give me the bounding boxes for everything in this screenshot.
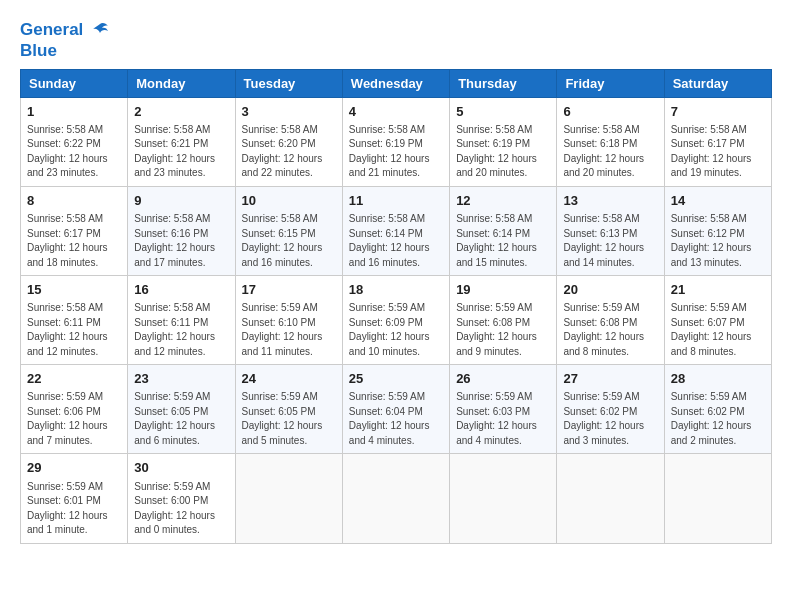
sunrise-label: Sunrise: 5:59 AM xyxy=(563,391,639,402)
daylight-label: Daylight: 12 hours xyxy=(242,331,323,342)
daylight-label: Daylight: 12 hours xyxy=(671,420,752,431)
daylight-minutes: and 16 minutes. xyxy=(242,257,313,268)
day-number: 2 xyxy=(134,103,228,121)
daylight-minutes: and 17 minutes. xyxy=(134,257,205,268)
sunrise-label: Sunrise: 5:58 AM xyxy=(456,124,532,135)
sunset-label: Sunset: 6:06 PM xyxy=(27,406,101,417)
calendar-day-cell: 8 Sunrise: 5:58 AM Sunset: 6:17 PM Dayli… xyxy=(21,186,128,275)
day-number: 10 xyxy=(242,192,336,210)
daylight-label: Daylight: 12 hours xyxy=(242,242,323,253)
weekday-header-sunday: Sunday xyxy=(21,69,128,97)
day-info: Sunrise: 5:58 AM Sunset: 6:15 PM Dayligh… xyxy=(242,212,336,270)
sunset-label: Sunset: 6:12 PM xyxy=(671,228,745,239)
calendar-day-cell: 28 Sunrise: 5:59 AM Sunset: 6:02 PM Dayl… xyxy=(664,365,771,454)
daylight-minutes: and 10 minutes. xyxy=(349,346,420,357)
daylight-minutes: and 20 minutes. xyxy=(563,167,634,178)
daylight-minutes: and 20 minutes. xyxy=(456,167,527,178)
sunrise-label: Sunrise: 5:58 AM xyxy=(349,124,425,135)
weekday-header-friday: Friday xyxy=(557,69,664,97)
day-info: Sunrise: 5:59 AM Sunset: 6:05 PM Dayligh… xyxy=(134,390,228,448)
day-info: Sunrise: 5:59 AM Sunset: 6:02 PM Dayligh… xyxy=(671,390,765,448)
day-number: 14 xyxy=(671,192,765,210)
weekday-header-thursday: Thursday xyxy=(450,69,557,97)
daylight-minutes: and 18 minutes. xyxy=(27,257,98,268)
day-info: Sunrise: 5:58 AM Sunset: 6:11 PM Dayligh… xyxy=(134,301,228,359)
daylight-label: Daylight: 12 hours xyxy=(349,331,430,342)
day-number: 27 xyxy=(563,370,657,388)
weekday-header-wednesday: Wednesday xyxy=(342,69,449,97)
day-info: Sunrise: 5:58 AM Sunset: 6:14 PM Dayligh… xyxy=(456,212,550,270)
sunrise-label: Sunrise: 5:58 AM xyxy=(134,302,210,313)
sunset-label: Sunset: 6:05 PM xyxy=(242,406,316,417)
page-header: General Blue xyxy=(20,20,772,61)
sunset-label: Sunset: 6:03 PM xyxy=(456,406,530,417)
calendar-day-cell xyxy=(557,454,664,543)
day-info: Sunrise: 5:59 AM Sunset: 6:02 PM Dayligh… xyxy=(563,390,657,448)
day-info: Sunrise: 5:58 AM Sunset: 6:17 PM Dayligh… xyxy=(671,123,765,181)
day-number: 22 xyxy=(27,370,121,388)
sunset-label: Sunset: 6:02 PM xyxy=(671,406,745,417)
daylight-minutes: and 8 minutes. xyxy=(563,346,629,357)
calendar-day-cell: 15 Sunrise: 5:58 AM Sunset: 6:11 PM Dayl… xyxy=(21,276,128,365)
daylight-minutes: and 4 minutes. xyxy=(349,435,415,446)
sunrise-label: Sunrise: 5:59 AM xyxy=(349,302,425,313)
calendar-day-cell: 27 Sunrise: 5:59 AM Sunset: 6:02 PM Dayl… xyxy=(557,365,664,454)
sunrise-label: Sunrise: 5:58 AM xyxy=(563,124,639,135)
day-info: Sunrise: 5:58 AM Sunset: 6:12 PM Dayligh… xyxy=(671,212,765,270)
daylight-minutes: and 12 minutes. xyxy=(27,346,98,357)
day-info: Sunrise: 5:58 AM Sunset: 6:22 PM Dayligh… xyxy=(27,123,121,181)
day-info: Sunrise: 5:58 AM Sunset: 6:16 PM Dayligh… xyxy=(134,212,228,270)
sunset-label: Sunset: 6:18 PM xyxy=(563,138,637,149)
day-info: Sunrise: 5:59 AM Sunset: 6:01 PM Dayligh… xyxy=(27,480,121,538)
calendar-day-cell: 5 Sunrise: 5:58 AM Sunset: 6:19 PM Dayli… xyxy=(450,97,557,186)
sunset-label: Sunset: 6:14 PM xyxy=(349,228,423,239)
day-number: 6 xyxy=(563,103,657,121)
calendar-day-cell: 24 Sunrise: 5:59 AM Sunset: 6:05 PM Dayl… xyxy=(235,365,342,454)
day-info: Sunrise: 5:59 AM Sunset: 6:00 PM Dayligh… xyxy=(134,480,228,538)
daylight-minutes: and 6 minutes. xyxy=(134,435,200,446)
calendar-day-cell: 18 Sunrise: 5:59 AM Sunset: 6:09 PM Dayl… xyxy=(342,276,449,365)
day-number: 4 xyxy=(349,103,443,121)
day-number: 30 xyxy=(134,459,228,477)
day-number: 12 xyxy=(456,192,550,210)
day-info: Sunrise: 5:58 AM Sunset: 6:13 PM Dayligh… xyxy=(563,212,657,270)
sunset-label: Sunset: 6:07 PM xyxy=(671,317,745,328)
daylight-label: Daylight: 12 hours xyxy=(456,242,537,253)
sunset-label: Sunset: 6:04 PM xyxy=(349,406,423,417)
day-info: Sunrise: 5:59 AM Sunset: 6:08 PM Dayligh… xyxy=(456,301,550,359)
day-number: 25 xyxy=(349,370,443,388)
daylight-minutes: and 5 minutes. xyxy=(242,435,308,446)
sunset-label: Sunset: 6:11 PM xyxy=(27,317,101,328)
sunrise-label: Sunrise: 5:58 AM xyxy=(27,302,103,313)
daylight-label: Daylight: 12 hours xyxy=(27,153,108,164)
day-number: 26 xyxy=(456,370,550,388)
sunset-label: Sunset: 6:08 PM xyxy=(456,317,530,328)
sunrise-label: Sunrise: 5:58 AM xyxy=(242,124,318,135)
daylight-minutes: and 15 minutes. xyxy=(456,257,527,268)
weekday-header-saturday: Saturday xyxy=(664,69,771,97)
daylight-minutes: and 21 minutes. xyxy=(349,167,420,178)
calendar-day-cell: 13 Sunrise: 5:58 AM Sunset: 6:13 PM Dayl… xyxy=(557,186,664,275)
day-info: Sunrise: 5:58 AM Sunset: 6:17 PM Dayligh… xyxy=(27,212,121,270)
sunset-label: Sunset: 6:11 PM xyxy=(134,317,208,328)
daylight-minutes: and 14 minutes. xyxy=(563,257,634,268)
day-info: Sunrise: 5:59 AM Sunset: 6:04 PM Dayligh… xyxy=(349,390,443,448)
sunset-label: Sunset: 6:00 PM xyxy=(134,495,208,506)
sunset-label: Sunset: 6:22 PM xyxy=(27,138,101,149)
daylight-label: Daylight: 12 hours xyxy=(671,242,752,253)
sunrise-label: Sunrise: 5:59 AM xyxy=(456,302,532,313)
logo-blue: Blue xyxy=(20,42,110,61)
day-number: 13 xyxy=(563,192,657,210)
daylight-label: Daylight: 12 hours xyxy=(563,331,644,342)
daylight-label: Daylight: 12 hours xyxy=(134,242,215,253)
calendar-header-row: SundayMondayTuesdayWednesdayThursdayFrid… xyxy=(21,69,772,97)
day-number: 17 xyxy=(242,281,336,299)
sunset-label: Sunset: 6:17 PM xyxy=(671,138,745,149)
sunrise-label: Sunrise: 5:59 AM xyxy=(134,391,210,402)
calendar-day-cell: 20 Sunrise: 5:59 AM Sunset: 6:08 PM Dayl… xyxy=(557,276,664,365)
day-info: Sunrise: 5:58 AM Sunset: 6:21 PM Dayligh… xyxy=(134,123,228,181)
calendar-week-row: 1 Sunrise: 5:58 AM Sunset: 6:22 PM Dayli… xyxy=(21,97,772,186)
sunset-label: Sunset: 6:20 PM xyxy=(242,138,316,149)
daylight-minutes: and 1 minute. xyxy=(27,524,88,535)
sunrise-label: Sunrise: 5:58 AM xyxy=(27,124,103,135)
